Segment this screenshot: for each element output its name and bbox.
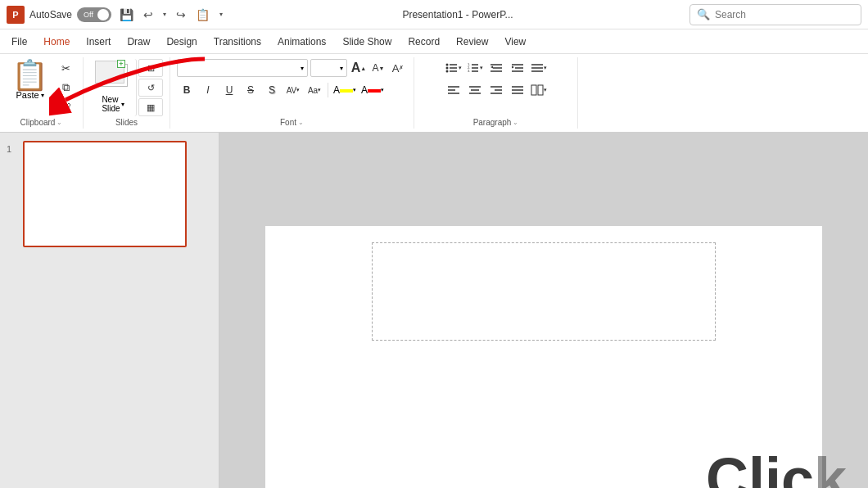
ribbon-font-group: ▾ ▾ A▲ A▼ A✗ B I U S S AV▾ Aa▾ <box>170 57 414 129</box>
font-color-arrow: ▾ <box>381 87 384 93</box>
slides-label: Slides <box>115 118 138 127</box>
canvas-area[interactable]: Click <box>219 133 868 488</box>
font-row-1: ▾ ▾ A▲ A▼ A✗ <box>177 59 407 77</box>
title-bar: P AutoSave Off 💾 ↩ ▾ ↪ 📋 ▾ Presentation1… <box>0 0 868 29</box>
powerpoint-logo: P <box>7 6 25 24</box>
paste-button[interactable]: 📋 Paste ▾ <box>7 59 53 102</box>
case-button[interactable]: Aa▾ <box>305 81 324 99</box>
slide-text-preview: Click <box>706 445 847 488</box>
menu-transitions[interactable]: Transitions <box>206 33 269 51</box>
menu-file[interactable]: File <box>3 33 35 51</box>
clipboard-small-buttons: ✂ ⧉ 🖌 <box>55 59 76 116</box>
menu-design[interactable]: Design <box>158 33 205 51</box>
align-right-button[interactable] <box>486 81 506 99</box>
highlight-icon: A <box>333 84 340 96</box>
cut-button[interactable]: ✂ <box>55 59 76 77</box>
underline-button[interactable]: U <box>219 81 239 99</box>
char-spacing-button[interactable]: AV▾ <box>283 81 303 99</box>
clear-format-button[interactable]: A✗ <box>389 59 407 77</box>
justify-button[interactable] <box>508 81 527 99</box>
shadow-button[interactable]: S <box>262 81 282 99</box>
toggle-off-text: Off <box>84 11 93 19</box>
menu-home[interactable]: Home <box>35 33 78 51</box>
clipboard-expand-icon[interactable]: ⌄ <box>57 119 62 126</box>
decrease-indent-button[interactable] <box>486 59 506 77</box>
para-row-1: ▾ 1.2.3. ▾ ▾ <box>444 59 549 77</box>
list-right-button[interactable]: ▾ <box>529 59 549 77</box>
svg-point-5 <box>445 70 448 73</box>
new-slide-button[interactable]: + New Slide ▾ <box>90 59 137 116</box>
new-slide-label: New Slide <box>102 95 120 113</box>
section-button[interactable]: ▦ <box>138 98 163 116</box>
menu-draw[interactable]: Draw <box>119 33 158 51</box>
columns-arrow: ▾ <box>544 87 547 93</box>
autosave-toggle[interactable]: Off <box>77 7 111 22</box>
font-format-row: B I U S S AV▾ Aa▾ A ▾ A ▾ <box>177 81 386 99</box>
search-icon: 🔍 <box>697 8 710 20</box>
undo-dropdown-icon[interactable]: ▾ <box>160 9 170 20</box>
search-box[interactable]: 🔍 <box>689 4 861 25</box>
ribbon-clipboard-group: 📋 Paste ▾ ✂ ⧉ 🖌 Clipboard ⌄ <box>0 57 84 129</box>
paragraph-content: ▾ 1.2.3. ▾ ▾ <box>444 59 549 116</box>
menu-animations[interactable]: Animations <box>269 33 334 51</box>
svg-marker-15 <box>491 66 493 69</box>
ribbon: 📋 Paste ▾ ✂ ⧉ 🖌 Clipboard ⌄ <box>0 54 868 133</box>
font-color-button[interactable]: A ▾ <box>359 81 386 99</box>
presentation-title: Presentation1 - PowerP... <box>231 9 685 20</box>
menu-view[interactable]: View <box>496 33 534 51</box>
svg-rect-36 <box>538 85 543 95</box>
columns-button[interactable]: ▾ <box>529 81 549 99</box>
slide-number-1: 1 <box>7 144 18 154</box>
align-left-button[interactable] <box>444 81 463 99</box>
highlight-color-button[interactable]: A ▾ <box>332 81 358 99</box>
svg-text:3.: 3. <box>468 69 470 73</box>
new-slide-arrow: ▾ <box>121 101 124 108</box>
numbering-button[interactable]: 1.2.3. ▾ <box>465 59 485 77</box>
menu-slideshow[interactable]: Slide Show <box>334 33 400 51</box>
reset-button[interactable]: ↺ <box>138 79 163 97</box>
italic-button[interactable]: I <box>198 81 218 99</box>
bullets-button[interactable]: ▾ <box>444 59 463 77</box>
copy-button[interactable]: ⧉ <box>55 79 76 97</box>
redo-icon[interactable]: ↪ <box>173 7 189 23</box>
font-size-dropdown[interactable]: ▾ <box>310 59 347 77</box>
text-placeholder <box>372 242 716 341</box>
paste-dropdown-icon[interactable]: ▾ <box>41 92 44 99</box>
svg-point-3 <box>445 64 448 66</box>
menu-record[interactable]: Record <box>400 33 448 51</box>
font-name-arrow: ▾ <box>301 65 304 72</box>
numbering-arrow: ▾ <box>480 65 483 71</box>
increase-font-size-button[interactable]: A▲ <box>350 59 368 77</box>
toggle-knob <box>97 9 109 20</box>
autosave-label: AutoSave <box>29 9 72 20</box>
highlight-arrow: ▾ <box>353 87 356 93</box>
paste-label: Paste <box>16 90 38 100</box>
layout-button[interactable]: ⊞ <box>138 59 163 77</box>
search-input[interactable] <box>715 9 854 20</box>
save-icon[interactable]: 💾 <box>116 7 137 23</box>
font-name-dropdown[interactable]: ▾ <box>177 59 308 77</box>
strikethrough-button[interactable]: S <box>241 81 260 99</box>
font-color-indicator <box>368 89 381 93</box>
format-painter-button[interactable]: 🖌 <box>55 98 76 116</box>
paragraph-label: Paragraph ⌄ <box>473 118 519 127</box>
decrease-font-size-button[interactable]: A▼ <box>369 59 387 77</box>
main-area: 1 Click <box>0 133 868 488</box>
slide-panel: 1 <box>0 133 219 488</box>
menu-review[interactable]: Review <box>448 33 496 51</box>
clipboard-content: 📋 Paste ▾ ✂ ⧉ 🖌 <box>7 59 76 116</box>
paste-icon: 📋 <box>11 61 48 90</box>
menu-insert[interactable]: Insert <box>78 33 119 51</box>
qat-dropdown-icon[interactable]: ▾ <box>216 9 226 20</box>
align-center-button[interactable] <box>465 81 485 99</box>
bold-button[interactable]: B <box>177 81 197 99</box>
font-expand-icon[interactable]: ⌄ <box>298 119 304 126</box>
increase-indent-button[interactable] <box>508 59 527 77</box>
undo-icon[interactable]: ↩ <box>140 7 156 23</box>
slides-content: + New Slide ▾ ⊞ ↺ ▦ <box>90 59 163 116</box>
slide-sub-buttons: ⊞ ↺ ▦ <box>138 59 163 116</box>
slide-thumbnail-1[interactable] <box>23 141 187 247</box>
paragraph-expand-icon[interactable]: ⌄ <box>513 119 518 126</box>
svg-point-4 <box>445 67 448 70</box>
customize-qat-icon[interactable]: 📋 <box>192 7 213 23</box>
